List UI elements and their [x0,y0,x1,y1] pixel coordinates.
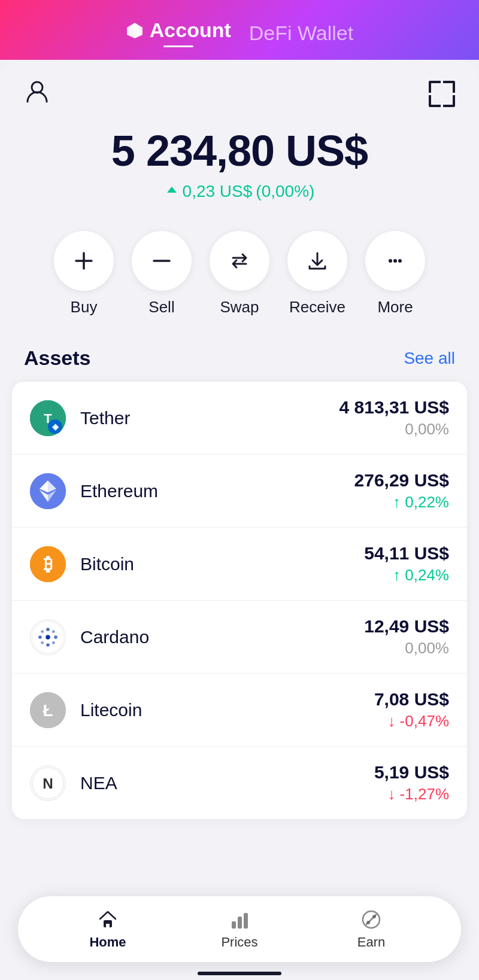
svg-point-8 [389,259,392,263]
svg-point-30 [52,630,55,633]
svg-text:₿: ₿ [44,554,53,574]
asset-values-nea: 5,19 US$ ↓ -1,27% [374,762,449,804]
swap-action[interactable]: Swap [210,231,269,316]
actions-row: Buy Sell Swap [0,225,479,346]
earn-icon [360,908,383,931]
buy-action[interactable]: Buy [54,231,114,316]
svg-rect-39 [106,924,110,927]
svg-point-26 [38,635,42,639]
cardano-icon [30,619,66,655]
defi-tab[interactable]: DeFi Wallet [249,22,353,45]
nea-icon: N [30,765,66,801]
sell-label: Sell [148,298,174,316]
cardano-amount: 12,49 US$ [364,616,449,637]
nav-prices[interactable]: Prices [174,908,305,950]
table-row[interactable]: ₿ Bitcoin 54,11 US$ ↑ 0,24% [12,528,467,601]
scan-frame-corners [429,81,455,107]
profile-icon[interactable] [24,78,50,109]
svg-rect-41 [238,917,242,929]
svg-point-4 [32,82,43,93]
assets-title: Assets [24,346,91,370]
home-icon [96,908,119,931]
nav-home[interactable]: Home [42,908,174,950]
table-row[interactable]: N NEA 5,19 US$ ↓ -1,27% [12,747,467,819]
balance-section: 5 234,80 US$ 0,23 US$ (0,00%) [0,115,479,225]
svg-text:◈: ◈ [51,422,59,431]
bottom-nav: Home Prices Earn [18,896,461,962]
svg-point-31 [41,641,44,644]
more-label: More [377,298,413,316]
svg-point-29 [52,641,55,644]
asset-name-ethereum: Ethereum [80,481,354,501]
sell-circle [132,231,192,291]
svg-point-9 [393,259,397,263]
receive-action[interactable]: Receive [287,231,347,316]
header: Account DeFi Wallet [0,0,479,60]
swap-label: Swap [220,298,259,316]
nea-change: ↓ -1,27% [374,785,449,804]
assets-header: Assets See all [12,346,467,382]
svg-point-45 [366,921,370,924]
asset-name-bitcoin: Bitcoin [80,554,364,574]
balance-change: 0,23 US$ (0,00%) [24,182,455,201]
main-card: 5 234,80 US$ 0,23 US$ (0,00%) Buy [0,60,479,980]
receive-circle [287,231,347,291]
bitcoin-icon: ₿ [30,546,66,582]
svg-rect-40 [232,921,236,929]
svg-point-28 [41,630,44,633]
balance-amount: 5 234,80 US$ [24,127,455,175]
table-row[interactable]: Ł Litecoin 7,08 US$ ↓ -0,47% [12,674,467,747]
table-row[interactable]: Ethereum 276,29 US$ ↑ 0,22% [12,455,467,528]
earn-nav-label: Earn [357,935,385,950]
nav-earn[interactable]: Earn [305,908,437,950]
ethereum-icon [30,473,66,509]
bitcoin-change: ↑ 0,24% [364,566,449,585]
asset-values-litecoin: 7,08 US$ ↓ -0,47% [374,689,449,731]
more-action[interactable]: More [365,231,425,316]
svg-point-10 [398,259,402,263]
asset-name-nea: NEA [80,773,374,793]
svg-text:N: N [43,775,53,792]
asset-values-bitcoin: 54,11 US$ ↑ 0,24% [364,543,449,585]
see-all-link[interactable]: See all [404,349,455,368]
gem-icon [126,22,144,39]
active-tab-indicator [163,45,193,47]
asset-name-tether: Tether [80,408,339,428]
asset-values-ethereum: 276,29 US$ ↑ 0,22% [354,470,449,512]
table-row[interactable]: Cardano 12,49 US$ 0,00% [12,601,467,674]
svg-point-27 [54,635,57,639]
swap-circle [210,231,269,291]
scan-icon[interactable] [429,81,455,107]
svg-point-32 [46,635,50,639]
tether-icon: T ◈ [30,400,66,436]
change-arrow-up [165,184,179,199]
account-tab-label: Account [150,19,231,42]
ethereum-amount: 276,29 US$ [354,470,449,491]
table-row[interactable]: T ◈ Tether 4 813,31 US$ 0,00% [12,382,467,455]
buy-circle [54,231,114,291]
asset-values-tether: 4 813,31 US$ 0,00% [339,397,449,439]
ethereum-change: ↑ 0,22% [354,493,449,512]
tether-amount: 4 813,31 US$ [339,397,449,418]
asset-values-cardano: 12,49 US$ 0,00% [364,616,449,658]
nea-amount: 5,19 US$ [374,762,449,783]
prices-icon [228,908,251,931]
account-tab[interactable]: Account [126,19,231,47]
litecoin-amount: 7,08 US$ [374,689,449,710]
buy-label: Buy [71,298,98,316]
receive-label: Receive [289,298,345,316]
asset-list: T ◈ Tether 4 813,31 US$ 0,00% [12,382,467,819]
bitcoin-amount: 54,11 US$ [364,543,449,564]
home-nav-label: Home [89,935,126,950]
defi-tab-label: DeFi Wallet [249,22,353,45]
svg-point-25 [46,643,50,647]
asset-name-cardano: Cardano [80,627,364,647]
tether-change: 0,00% [339,420,449,439]
asset-name-litecoin: Litecoin [80,700,374,720]
cardano-change: 0,00% [364,639,449,658]
svg-rect-42 [244,913,248,929]
svg-point-24 [46,628,50,631]
balance-change-amount: 0,23 US$ [183,182,253,201]
sell-action[interactable]: Sell [132,231,192,316]
assets-section: Assets See all T ◈ Tether 4 813,31 US$ 0… [0,346,479,819]
